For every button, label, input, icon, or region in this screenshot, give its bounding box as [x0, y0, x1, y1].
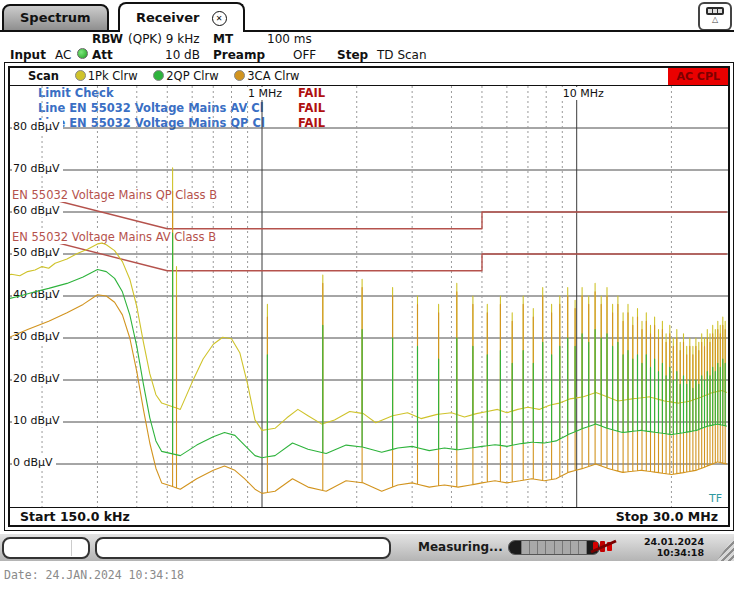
trace1-color-dot-icon [75, 70, 86, 81]
limit-line-qp-name: Line EN 55032 Voltage Mains QP Cl [38, 116, 265, 131]
y-axis-label: 30 dBµV [12, 330, 63, 343]
tab-bar: Spectrum Receiver ✕ △ [0, 0, 734, 32]
scan-title: Scan [28, 69, 59, 83]
screenshot-date-caption: Date: 24.JAN.2024 10:34:18 [4, 568, 734, 582]
step-label: Step [337, 48, 368, 62]
fail-status: FAIL [298, 101, 325, 116]
limit-line-label: EN 55032 Voltage Mains AV Class B [10, 230, 218, 244]
display-toolbar-button[interactable]: △ [698, 2, 732, 31]
status-bar: Measuring... 24.01.2024 10:34:18 [0, 534, 734, 561]
y-axis-label: 80 dBµV [12, 120, 63, 133]
y-axis-label: 20 dBµV [12, 372, 63, 385]
preamp-label: Preamp [213, 48, 265, 62]
measurement-window: Scan 1Pk Clrw 2QP Clrw 3CA Clrw AC CPL L… [8, 66, 730, 527]
status-field-left [2, 537, 90, 559]
mt-label: MT [213, 32, 233, 46]
status-alert-icon [590, 539, 620, 554]
status-field-message [95, 537, 391, 559]
y-axis-label: 0 dBµV [12, 456, 56, 469]
emi-receiver-screen: { "window": { "tabs": [ {"label": "Spect… [0, 0, 734, 593]
triangle-up-icon: △ [700, 16, 730, 24]
input-value[interactable]: AC [55, 48, 71, 62]
input-row: Input AC Att 10 dB Preamp OFF Step TD Sc… [0, 48, 734, 64]
x-axis-label: 1 MHz [246, 87, 284, 100]
frequency-range-bar: Start 150.0 kHz Stop 30.0 MHz [10, 507, 728, 525]
bandwidth-row: RBW (QPK) 9 kHz MT 100 ms [0, 32, 734, 48]
grid-layer [10, 86, 728, 507]
y-axis-label: 60 dBµV [12, 204, 63, 217]
limit-check-block: Limit Check Line EN 55032 Voltage Mains … [38, 86, 265, 131]
clock-display: 24.01.2024 10:34:18 [644, 537, 704, 558]
status-time: 10:34:18 [644, 548, 704, 559]
legend-trace-2qp[interactable]: 2QP Clrw [153, 69, 218, 83]
softkey-bar-icon [706, 7, 724, 15]
tab-receiver[interactable]: Receiver ✕ [118, 2, 245, 32]
trace3-color-dot-icon [234, 70, 245, 81]
y-axis-label: 10 dBµV [12, 414, 63, 427]
scan-header-bar: Scan 1Pk Clrw 2QP Clrw 3CA Clrw AC CPL [10, 68, 728, 86]
limit-check-title: Limit Check [38, 86, 265, 101]
limit-line-label: EN 55032 Voltage Mains QP Class B [10, 188, 219, 202]
fail-status: FAIL [298, 86, 325, 101]
ac-coupling-badge: AC CPL [668, 68, 728, 85]
close-tab-icon[interactable]: ✕ [212, 11, 227, 26]
start-frequency[interactable]: Start 150.0 kHz [20, 508, 130, 525]
y-axis-label: 70 dBµV [12, 162, 63, 175]
limit-check-status-column: FAIL FAIL FAIL [298, 86, 325, 131]
y-axis-label: 40 dBµV [12, 288, 63, 301]
rbw-value[interactable]: (QPK) 9 kHz [128, 32, 199, 46]
step-value[interactable]: TD Scan [377, 48, 427, 62]
ac-coupling-led-icon [77, 48, 88, 59]
progress-bar [508, 540, 600, 555]
input-label: Input [10, 48, 46, 62]
trace-layer [10, 86, 728, 507]
fail-status: FAIL [298, 116, 325, 131]
tab-spectrum-label: Spectrum [20, 10, 91, 25]
att-value[interactable]: 10 dB [165, 48, 200, 62]
stop-frequency[interactable]: Stop 30.0 MHz [616, 508, 718, 525]
tab-spectrum[interactable]: Spectrum [2, 4, 109, 32]
preamp-value[interactable]: OFF [293, 48, 316, 62]
att-label: Att [92, 48, 113, 62]
transducer-indicator: TF [709, 492, 722, 505]
rbw-label: RBW [92, 32, 123, 46]
status-date: 24.01.2024 [644, 537, 704, 548]
limit-line-av-name: Line EN 55032 Voltage Mains AV Cl [38, 101, 265, 116]
y-axis-label: 50 dBµV [12, 246, 63, 259]
tab-receiver-label: Receiver [136, 6, 200, 30]
mt-value[interactable]: 100 ms [267, 32, 312, 46]
legend-trace-3ca[interactable]: 3CA Clrw [234, 69, 299, 83]
spectrum-plot[interactable]: Limit Check Line EN 55032 Voltage Mains … [10, 86, 728, 507]
resize-grip[interactable] [717, 536, 734, 561]
x-axis-label: 10 MHz [561, 87, 606, 100]
trace2-color-dot-icon [153, 70, 164, 81]
measuring-status: Measuring... [418, 540, 503, 554]
legend-trace-1pk[interactable]: 1Pk Clrw [75, 69, 138, 83]
